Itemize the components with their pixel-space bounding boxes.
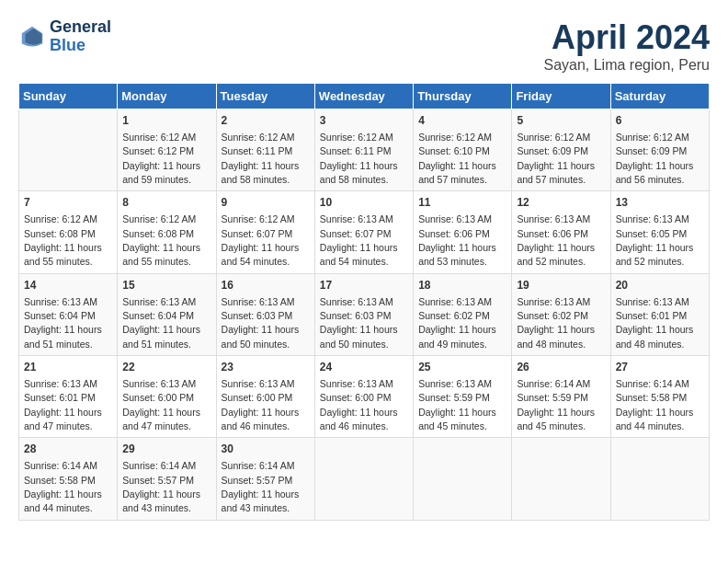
header-cell-sunday: Sunday — [19, 84, 118, 109]
day-cell: 7Sunrise: 6:12 AMSunset: 6:08 PMDaylight… — [19, 191, 118, 273]
week-row-2: 7Sunrise: 6:12 AMSunset: 6:08 PMDaylight… — [19, 191, 710, 273]
header-cell-tuesday: Tuesday — [216, 84, 314, 109]
day-cell — [19, 109, 118, 191]
day-info: Sunrise: 6:13 AMSunset: 5:59 PMDaylight:… — [418, 378, 496, 431]
day-number: 5 — [517, 113, 605, 129]
day-cell — [512, 438, 610, 520]
day-number: 17 — [320, 278, 408, 293]
header-row: SundayMondayTuesdayWednesdayThursdayFrid… — [19, 84, 710, 109]
logo: General Blue — [18, 18, 111, 55]
day-info: Sunrise: 6:13 AMSunset: 6:02 PMDaylight:… — [418, 296, 496, 350]
day-cell: 14Sunrise: 6:13 AMSunset: 6:04 PMDayligh… — [19, 273, 118, 355]
week-row-3: 14Sunrise: 6:13 AMSunset: 6:04 PMDayligh… — [19, 273, 710, 355]
day-info: Sunrise: 6:13 AMSunset: 6:00 PMDaylight:… — [320, 378, 398, 431]
calendar-title: April 2024 — [543, 18, 710, 57]
day-info: Sunrise: 6:12 AMSunset: 6:09 PMDaylight:… — [616, 132, 694, 185]
day-info: Sunrise: 6:13 AMSunset: 6:07 PMDaylight:… — [320, 213, 398, 267]
day-cell — [610, 438, 709, 520]
day-number: 23 — [222, 360, 310, 375]
logo-icon — [18, 23, 46, 51]
calendar-header: SundayMondayTuesdayWednesdayThursdayFrid… — [19, 84, 710, 109]
day-cell: 10Sunrise: 6:13 AMSunset: 6:07 PMDayligh… — [314, 191, 413, 273]
day-number: 11 — [418, 195, 506, 211]
day-cell: 3Sunrise: 6:12 AMSunset: 6:11 PMDaylight… — [314, 109, 413, 191]
day-cell: 15Sunrise: 6:13 AMSunset: 6:04 PMDayligh… — [118, 273, 216, 355]
day-cell: 25Sunrise: 6:13 AMSunset: 5:59 PMDayligh… — [414, 356, 512, 438]
day-cell: 11Sunrise: 6:13 AMSunset: 6:06 PMDayligh… — [414, 191, 512, 273]
day-cell — [314, 438, 413, 520]
day-number: 4 — [418, 113, 506, 129]
logo-line2: Blue — [50, 37, 111, 55]
day-info: Sunrise: 6:13 AMSunset: 6:04 PMDaylight:… — [24, 296, 102, 350]
day-info: Sunrise: 6:14 AMSunset: 5:57 PMDaylight:… — [222, 460, 300, 513]
day-cell: 27Sunrise: 6:14 AMSunset: 5:58 PMDayligh… — [610, 356, 709, 438]
day-info: Sunrise: 6:12 AMSunset: 6:12 PMDaylight:… — [122, 132, 200, 185]
day-info: Sunrise: 6:12 AMSunset: 6:10 PMDaylight:… — [418, 132, 496, 185]
day-cell: 26Sunrise: 6:14 AMSunset: 5:59 PMDayligh… — [512, 356, 610, 438]
header-cell-friday: Friday — [512, 84, 610, 109]
day-number: 27 — [616, 360, 704, 375]
day-info: Sunrise: 6:13 AMSunset: 6:05 PMDaylight:… — [616, 213, 694, 267]
day-info: Sunrise: 6:14 AMSunset: 5:58 PMDaylight:… — [616, 378, 694, 431]
day-info: Sunrise: 6:12 AMSunset: 6:11 PMDaylight:… — [320, 132, 398, 185]
day-info: Sunrise: 6:13 AMSunset: 6:00 PMDaylight:… — [222, 378, 300, 431]
day-info: Sunrise: 6:14 AMSunset: 5:57 PMDaylight:… — [122, 460, 200, 513]
header-cell-monday: Monday — [118, 84, 216, 109]
day-number: 9 — [222, 195, 310, 211]
day-cell: 23Sunrise: 6:13 AMSunset: 6:00 PMDayligh… — [216, 356, 314, 438]
day-number: 6 — [616, 113, 704, 129]
day-info: Sunrise: 6:13 AMSunset: 6:04 PMDaylight:… — [122, 296, 200, 350]
day-number: 15 — [122, 278, 210, 293]
header-cell-wednesday: Wednesday — [314, 84, 413, 109]
header-cell-saturday: Saturday — [610, 84, 709, 109]
day-info: Sunrise: 6:13 AMSunset: 6:06 PMDaylight:… — [517, 213, 595, 267]
day-cell: 16Sunrise: 6:13 AMSunset: 6:03 PMDayligh… — [216, 273, 314, 355]
week-row-1: 1Sunrise: 6:12 AMSunset: 6:12 PMDaylight… — [19, 109, 710, 191]
day-info: Sunrise: 6:13 AMSunset: 6:03 PMDaylight:… — [222, 296, 300, 350]
day-cell: 29Sunrise: 6:14 AMSunset: 5:57 PMDayligh… — [118, 438, 216, 520]
day-number: 28 — [24, 442, 112, 457]
day-cell: 20Sunrise: 6:13 AMSunset: 6:01 PMDayligh… — [610, 273, 709, 355]
day-info: Sunrise: 6:13 AMSunset: 6:00 PMDaylight:… — [122, 378, 200, 431]
day-info: Sunrise: 6:13 AMSunset: 6:06 PMDaylight:… — [418, 213, 496, 267]
calendar-table: SundayMondayTuesdayWednesdayThursdayFrid… — [18, 83, 710, 521]
day-info: Sunrise: 6:13 AMSunset: 6:01 PMDaylight:… — [24, 378, 102, 431]
day-cell: 17Sunrise: 6:13 AMSunset: 6:03 PMDayligh… — [314, 273, 413, 355]
logo-line1: General — [50, 18, 111, 37]
day-info: Sunrise: 6:14 AMSunset: 5:58 PMDaylight:… — [24, 460, 102, 513]
day-number: 20 — [616, 278, 704, 293]
day-info: Sunrise: 6:12 AMSunset: 6:07 PMDaylight:… — [222, 213, 300, 267]
day-info: Sunrise: 6:12 AMSunset: 6:08 PMDaylight:… — [24, 213, 102, 267]
day-cell: 22Sunrise: 6:13 AMSunset: 6:00 PMDayligh… — [118, 356, 216, 438]
day-info: Sunrise: 6:12 AMSunset: 6:11 PMDaylight:… — [222, 132, 300, 185]
day-cell: 13Sunrise: 6:13 AMSunset: 6:05 PMDayligh… — [610, 191, 709, 273]
day-number: 24 — [320, 360, 408, 375]
day-cell: 28Sunrise: 6:14 AMSunset: 5:58 PMDayligh… — [19, 438, 118, 520]
day-cell: 5Sunrise: 6:12 AMSunset: 6:09 PMDaylight… — [512, 109, 610, 191]
logo-text: General Blue — [50, 18, 111, 55]
day-number: 13 — [616, 195, 704, 211]
day-cell: 12Sunrise: 6:13 AMSunset: 6:06 PMDayligh… — [512, 191, 610, 273]
day-number: 14 — [24, 278, 112, 293]
day-number: 22 — [122, 360, 210, 375]
day-cell: 6Sunrise: 6:12 AMSunset: 6:09 PMDaylight… — [610, 109, 709, 191]
day-cell: 4Sunrise: 6:12 AMSunset: 6:10 PMDaylight… — [414, 109, 512, 191]
day-cell: 24Sunrise: 6:13 AMSunset: 6:00 PMDayligh… — [314, 356, 413, 438]
day-number: 16 — [222, 278, 310, 293]
day-number: 12 — [517, 195, 605, 211]
day-cell: 19Sunrise: 6:13 AMSunset: 6:02 PMDayligh… — [512, 273, 610, 355]
day-number: 10 — [320, 195, 408, 211]
day-number: 1 — [122, 113, 210, 129]
day-number: 19 — [517, 278, 605, 293]
week-row-5: 28Sunrise: 6:14 AMSunset: 5:58 PMDayligh… — [19, 438, 710, 520]
day-cell — [414, 438, 512, 520]
page-header: General Blue April 2024 Sayan, Lima regi… — [18, 18, 710, 74]
day-info: Sunrise: 6:13 AMSunset: 6:03 PMDaylight:… — [320, 296, 398, 350]
day-number: 18 — [418, 278, 506, 293]
header-cell-thursday: Thursday — [414, 84, 512, 109]
day-cell: 30Sunrise: 6:14 AMSunset: 5:57 PMDayligh… — [216, 438, 314, 520]
day-number: 2 — [222, 113, 310, 129]
day-cell: 2Sunrise: 6:12 AMSunset: 6:11 PMDaylight… — [216, 109, 314, 191]
day-number: 26 — [517, 360, 605, 375]
day-info: Sunrise: 6:12 AMSunset: 6:09 PMDaylight:… — [517, 132, 595, 185]
